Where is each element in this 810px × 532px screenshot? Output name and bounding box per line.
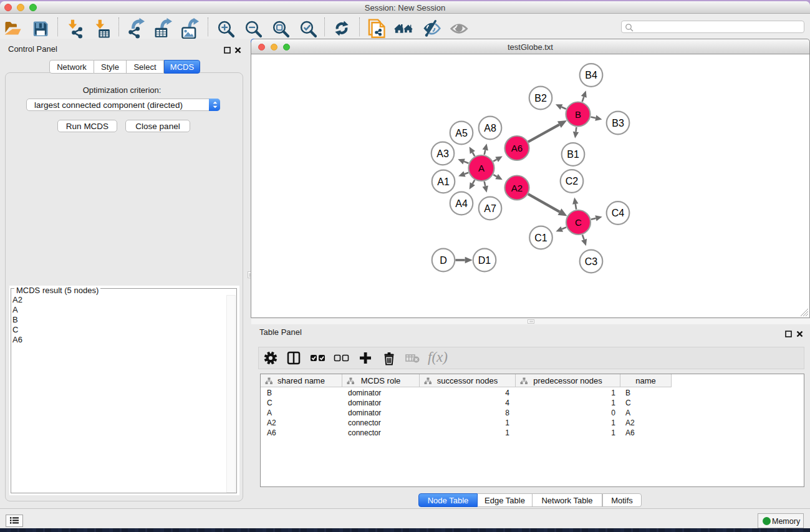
svg-text:C: C [575,217,582,228]
svg-text:B4: B4 [585,70,597,80]
svg-text:B2: B2 [534,93,547,104]
svg-text:C3: C3 [585,256,598,267]
svg-text:A5: A5 [455,128,468,138]
svg-text:B1: B1 [567,149,579,160]
svg-text:A: A [478,163,485,173]
svg-text:A7: A7 [484,203,496,214]
svg-text:B: B [575,109,581,120]
svg-text:A4: A4 [455,198,468,209]
svg-text:C2: C2 [566,176,579,186]
svg-text:A3: A3 [436,148,449,159]
svg-text:C4: C4 [612,208,625,218]
svg-text:A8: A8 [484,123,496,133]
svg-text:A2: A2 [511,183,523,193]
svg-text:C1: C1 [534,233,547,243]
svg-text:D: D [440,255,447,266]
svg-text:D1: D1 [478,255,491,266]
svg-text:B3: B3 [612,118,624,128]
svg-text:A1: A1 [437,177,450,187]
svg-text:A6: A6 [511,143,523,153]
